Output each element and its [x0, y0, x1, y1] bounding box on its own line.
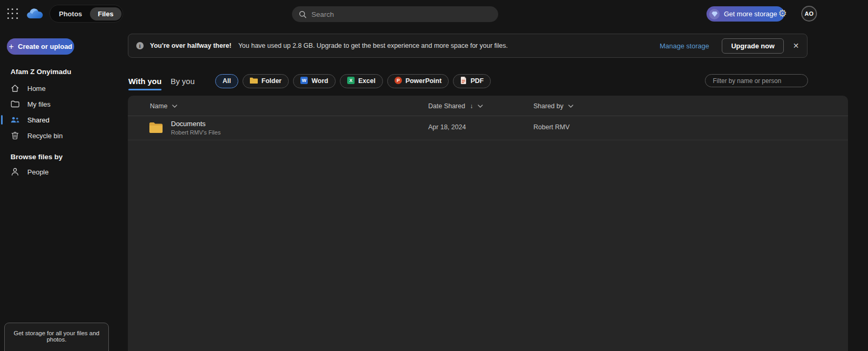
folder-icon — [11, 100, 19, 108]
pill-label: PowerPoint — [406, 77, 442, 85]
plus-icon: + — [9, 42, 14, 51]
get-more-storage-label: Get more storage — [724, 10, 777, 18]
pill-excel[interactable]: X Excel — [340, 74, 383, 88]
file-name-block: Documents Robert RMV's Files — [171, 120, 220, 136]
toggle-files[interactable]: Files — [90, 7, 122, 20]
sidebar-item-label: People — [27, 168, 48, 176]
sidebar-item-label: My files — [27, 100, 51, 108]
tab-by-you[interactable]: By you — [170, 77, 195, 86]
top-bar: Photos Files Get more storage ⚙ AO — [0, 0, 868, 27]
create-or-upload-label: Create or upload — [18, 43, 72, 50]
sidebar-item-shared[interactable]: Shared — [0, 112, 128, 128]
close-icon[interactable]: ✕ — [793, 42, 799, 50]
folder-icon — [149, 122, 163, 136]
file-name: Documents — [171, 120, 220, 128]
manage-storage-link[interactable]: Manage storage — [660, 42, 709, 50]
sidebar: + Create or upload Afam Z Onyimadu Home … — [0, 27, 128, 351]
pill-word[interactable]: W Word — [293, 74, 336, 88]
banner-message: You have used up 2.8 GB. Upgrade to get … — [238, 42, 508, 49]
tab-with-you[interactable]: With you — [128, 77, 162, 86]
table-header: Name Date Shared ↓ Shared by — [128, 96, 848, 116]
pdf-icon — [460, 77, 467, 86]
word-icon: W — [300, 77, 308, 86]
sidebar-item-recycle-bin[interactable]: Recycle bin — [0, 128, 128, 143]
person-icon — [11, 168, 19, 176]
toggle-photos[interactable]: Photos — [51, 7, 90, 20]
pill-label: PDF — [470, 77, 483, 85]
search-icon — [299, 11, 307, 18]
folder-icon — [250, 77, 258, 85]
filter-pills: All Folder W Word X Excel P PowerPoint — [215, 74, 491, 88]
svg-text:W: W — [302, 78, 307, 83]
pill-label: Excel — [358, 77, 376, 85]
sort-descending-icon: ↓ — [470, 102, 473, 110]
file-subtitle: Robert RMV's Files — [171, 129, 220, 136]
search-bar[interactable] — [292, 6, 498, 22]
pill-powerpoint[interactable]: P PowerPoint — [387, 74, 449, 88]
shared-by-cell: Robert RMV — [533, 123, 570, 131]
column-label: Name — [150, 102, 167, 110]
pill-label: Word — [311, 77, 328, 85]
pill-pdf[interactable]: PDF — [453, 74, 491, 88]
search-input[interactable] — [311, 11, 485, 18]
owner-name: Afam Z Onyimadu — [11, 68, 128, 76]
browse-files-by-header: Browse files by — [11, 153, 128, 161]
column-label: Shared by — [533, 102, 563, 110]
pill-folder[interactable]: Folder — [243, 74, 289, 88]
svg-text:X: X — [349, 78, 352, 83]
sidebar-item-label: Home — [27, 85, 46, 92]
sidebar-item-people[interactable]: People — [0, 164, 128, 180]
column-header-date-shared[interactable]: Date Shared ↓ — [428, 96, 483, 116]
powerpoint-icon: P — [395, 77, 402, 86]
create-or-upload-button[interactable]: + Create or upload — [7, 38, 74, 55]
filter-row: With you By you All Folder W Word X Exce… — [128, 73, 491, 89]
storage-banner: i You're over halfway there! You have us… — [128, 34, 808, 58]
storage-promo-card: Get storage for all your files and photo… — [4, 323, 109, 351]
gear-icon[interactable]: ⚙ — [778, 7, 787, 19]
column-header-name[interactable]: Name — [150, 96, 177, 116]
date-shared-cell: Apr 18, 2024 — [428, 123, 466, 131]
sidebar-item-label: Shared — [27, 116, 49, 124]
chevron-down-icon[interactable] — [478, 105, 483, 108]
get-more-storage-button[interactable]: Get more storage — [706, 6, 784, 22]
sidebar-item-label: Recycle bin — [27, 132, 63, 140]
svg-text:P: P — [397, 78, 400, 83]
upgrade-now-button[interactable]: Upgrade now — [722, 38, 784, 54]
people-icon — [11, 116, 19, 123]
shared-files-panel: Name Date Shared ↓ Shared by Documents R… — [128, 96, 848, 351]
diamond-icon — [709, 9, 720, 19]
trash-icon — [11, 131, 19, 140]
chevron-down-icon[interactable] — [568, 105, 573, 108]
pill-label: All — [223, 77, 231, 85]
onedrive-logo-icon[interactable] — [25, 7, 45, 22]
avatar[interactable]: AO — [801, 6, 817, 22]
pill-label: Folder — [261, 77, 281, 85]
banner-title: You're over halfway there! — [150, 42, 231, 49]
sidebar-item-home[interactable]: Home — [0, 80, 128, 96]
photos-files-toggle: Photos Files — [49, 5, 123, 23]
sidebar-item-my-files[interactable]: My files — [0, 96, 128, 112]
chevron-down-icon[interactable] — [172, 105, 177, 108]
excel-icon: X — [347, 77, 355, 86]
promo-text: Get storage for all your files and photo… — [14, 330, 99, 343]
home-icon — [11, 84, 19, 92]
table-row[interactable]: Documents Robert RMV's Files Apr 18, 202… — [128, 116, 848, 140]
filter-by-name-input[interactable] — [705, 74, 808, 87]
sidebar-nav: Home My files Shared Recycle b — [0, 80, 128, 143]
column-header-shared-by[interactable]: Shared by — [533, 96, 573, 116]
column-label: Date Shared — [428, 102, 465, 110]
pill-all[interactable]: All — [215, 74, 238, 88]
app-launcher-icon[interactable] — [7, 8, 18, 19]
info-icon: i — [136, 42, 144, 49]
